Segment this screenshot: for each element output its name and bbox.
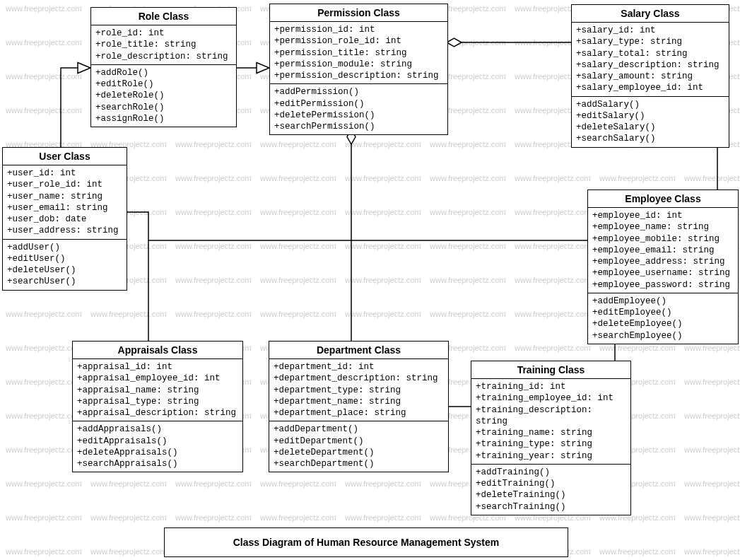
watermark: www.freeprojectz.com bbox=[175, 310, 252, 318]
watermark: www.freeprojectz.com bbox=[345, 208, 421, 216]
watermark: www.freeprojectz.com bbox=[345, 479, 421, 488]
class-user-attributes: +user_id: int+user_role_id: int+user_nam… bbox=[3, 165, 127, 239]
watermark: www.freeprojectz.com bbox=[515, 208, 591, 216]
watermark: www.freeprojectz.com bbox=[684, 479, 740, 488]
watermark: www.freeprojectz.com bbox=[684, 174, 740, 182]
class-salary-attributes: +salary_id: int+salary_type: string+sala… bbox=[572, 23, 729, 96]
watermark: www.freeprojectz.com bbox=[175, 513, 252, 522]
class-appraisals-title: Appraisals Class bbox=[73, 342, 242, 359]
class-appraisals-methods: +addAppraisals()+editAppraisals()+delete… bbox=[73, 421, 242, 472]
class-user: User Class +user_id: int+user_role_id: i… bbox=[2, 147, 127, 291]
watermark: www.freeprojectz.com bbox=[345, 174, 421, 182]
class-department-attributes: +department_id: int+department_descripti… bbox=[269, 359, 448, 421]
watermark: www.freeprojectz.com bbox=[599, 344, 676, 352]
watermark: www.freeprojectz.com bbox=[515, 344, 591, 352]
class-permission-methods: +addPermission()+editPermission()+delete… bbox=[270, 83, 447, 134]
watermark: www.freeprojectz.com bbox=[6, 412, 82, 420]
class-employee: Employee Class +employee_id: int+employe… bbox=[587, 189, 739, 344]
watermark: www.freeprojectz.com bbox=[684, 513, 740, 522]
watermark: www.freeprojectz.com bbox=[345, 513, 421, 522]
class-department-methods: +addDepartment()+editDepartment()+delete… bbox=[269, 421, 448, 472]
watermark: www.freeprojectz.com bbox=[6, 38, 82, 47]
watermark: www.freeprojectz.com bbox=[90, 310, 167, 318]
watermark: www.freeprojectz.com bbox=[345, 140, 421, 148]
class-training: Training Class +training_id: int+trainin… bbox=[471, 361, 631, 515]
watermark: www.freeprojectz.com bbox=[175, 276, 252, 284]
watermark: www.freeprojectz.com bbox=[260, 479, 336, 488]
class-user-title: User Class bbox=[3, 148, 127, 165]
watermark: www.freeprojectz.com bbox=[515, 310, 591, 318]
watermark: www.freeprojectz.com bbox=[90, 479, 167, 488]
watermark: www.freeprojectz.com bbox=[260, 140, 336, 148]
watermark: www.freeprojectz.com bbox=[515, 174, 591, 182]
class-appraisals: Appraisals Class +appraisal_id: int+appr… bbox=[72, 341, 243, 472]
class-salary: Salary Class +salary_id: int+salary_type… bbox=[571, 4, 729, 148]
watermark: www.freeprojectz.com bbox=[599, 174, 676, 182]
watermark: www.freeprojectz.com bbox=[260, 174, 336, 182]
class-training-attributes: +training_id: int+training_employee_id: … bbox=[471, 379, 630, 464]
watermark: www.freeprojectz.com bbox=[430, 242, 506, 250]
watermark: www.freeprojectz.com bbox=[90, 513, 167, 522]
class-permission-title: Permission Class bbox=[270, 4, 447, 22]
diagram-title: Class Diagram of Human Resource Manageme… bbox=[164, 527, 568, 557]
class-employee-attributes: +employee_id: int+employee_name: string+… bbox=[588, 208, 738, 293]
watermark: www.freeprojectz.com bbox=[6, 310, 82, 318]
watermark: www.freeprojectz.com bbox=[345, 276, 421, 284]
watermark: www.freeprojectz.com bbox=[430, 208, 506, 216]
watermark: www.freeprojectz.com bbox=[430, 310, 506, 318]
watermark: www.freeprojectz.com bbox=[175, 479, 252, 488]
watermark: www.freeprojectz.com bbox=[260, 513, 336, 522]
watermark: www.freeprojectz.com bbox=[6, 4, 82, 13]
watermark: www.freeprojectz.com bbox=[260, 242, 336, 250]
class-training-title: Training Class bbox=[471, 361, 630, 379]
watermark: www.freeprojectz.com bbox=[684, 344, 740, 352]
watermark: www.freeprojectz.com bbox=[6, 378, 82, 386]
class-department: Department Class +department_id: int+dep… bbox=[269, 341, 449, 472]
class-employee-title: Employee Class bbox=[588, 190, 738, 208]
class-role: Role Class +role_id: int+role_title: str… bbox=[90, 7, 237, 127]
class-employee-methods: +addEmployee()+editEmployee()+deleteEmpl… bbox=[588, 293, 738, 344]
watermark: www.freeprojectz.com bbox=[6, 513, 82, 522]
class-role-title: Role Class bbox=[91, 8, 236, 25]
watermark: www.freeprojectz.com bbox=[260, 276, 336, 284]
watermark: www.freeprojectz.com bbox=[345, 310, 421, 318]
class-training-methods: +addTraining()+editTraining()+deleteTrai… bbox=[471, 464, 630, 515]
class-permission-attributes: +permission_id: int+permission_role_id: … bbox=[270, 22, 447, 83]
watermark: www.freeprojectz.com bbox=[6, 72, 82, 81]
class-role-methods: +addRole()+editRole()+deleteRole()+searc… bbox=[91, 64, 236, 127]
watermark: www.freeprojectz.com bbox=[175, 208, 252, 216]
watermark: www.freeprojectz.com bbox=[515, 242, 591, 250]
watermark: www.freeprojectz.com bbox=[260, 310, 336, 318]
watermark: www.freeprojectz.com bbox=[684, 378, 740, 386]
watermark: www.freeprojectz.com bbox=[515, 276, 591, 284]
class-appraisals-attributes: +appraisal_id: int+appraisal_employee_id… bbox=[73, 359, 242, 421]
watermark: www.freeprojectz.com bbox=[684, 445, 740, 454]
watermark: www.freeprojectz.com bbox=[430, 140, 506, 148]
class-salary-methods: +addSalary()+editSalary()+deleteSalary()… bbox=[572, 96, 729, 147]
watermark: www.freeprojectz.com bbox=[599, 547, 676, 556]
class-user-methods: +addUser()+editUser()+deleteUser()+searc… bbox=[3, 239, 127, 290]
watermark: www.freeprojectz.com bbox=[6, 445, 82, 454]
watermark: www.freeprojectz.com bbox=[6, 547, 82, 556]
watermark: www.freeprojectz.com bbox=[684, 547, 740, 556]
watermark: www.freeprojectz.com bbox=[6, 344, 82, 352]
watermark: www.freeprojectz.com bbox=[260, 208, 336, 216]
watermark: www.freeprojectz.com bbox=[430, 276, 506, 284]
watermark: www.freeprojectz.com bbox=[6, 106, 82, 115]
watermark: www.freeprojectz.com bbox=[6, 479, 82, 488]
class-permission: Permission Class +permission_id: int+per… bbox=[269, 4, 448, 135]
watermark: www.freeprojectz.com bbox=[345, 242, 421, 250]
watermark: www.freeprojectz.com bbox=[175, 140, 252, 148]
class-role-attributes: +role_id: int+role_title: string+role_de… bbox=[91, 25, 236, 64]
watermark: www.freeprojectz.com bbox=[175, 174, 252, 182]
watermark: www.freeprojectz.com bbox=[430, 174, 506, 182]
watermark: www.freeprojectz.com bbox=[175, 242, 252, 250]
watermark: www.freeprojectz.com bbox=[684, 412, 740, 420]
class-salary-title: Salary Class bbox=[572, 5, 729, 23]
watermark: www.freeprojectz.com bbox=[90, 547, 167, 556]
class-department-title: Department Class bbox=[269, 342, 448, 359]
